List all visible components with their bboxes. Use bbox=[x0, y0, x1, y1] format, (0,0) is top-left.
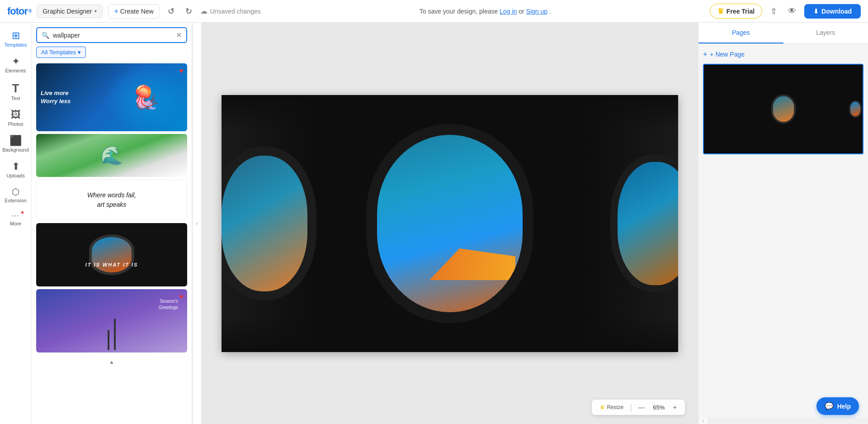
download-icon: ⬇ bbox=[813, 8, 819, 15]
crown-icon: ♛ bbox=[717, 7, 724, 15]
elements-icon: ✦ bbox=[12, 57, 20, 67]
canvas-area: ♛ Resize | — 65% + bbox=[201, 23, 698, 424]
heart-button-jellyfish[interactable]: ♥ bbox=[179, 67, 184, 75]
sidebar-item-templates[interactable]: ⊞ Templates bbox=[0, 26, 32, 52]
resize-button[interactable]: ♛ Resize bbox=[597, 402, 626, 412]
zoom-separator: | bbox=[630, 403, 632, 412]
search-input[interactable] bbox=[53, 32, 172, 39]
zoom-out-button[interactable]: — bbox=[636, 403, 647, 412]
sidebar-item-extension[interactable]: ⬡ Extension bbox=[0, 183, 32, 208]
wing-shape bbox=[429, 248, 515, 280]
new-page-plus-icon: + bbox=[703, 50, 707, 58]
zoom-in-button[interactable]: + bbox=[670, 403, 679, 412]
seasons-silhouette bbox=[36, 314, 187, 353]
filter-chevron: ▾ bbox=[78, 49, 81, 56]
collapse-handle[interactable]: ‹ bbox=[192, 23, 201, 424]
extension-icon: ⬡ bbox=[12, 187, 19, 196]
pages-layers-tabs: Pages Layers bbox=[698, 23, 868, 44]
heart-button-seasons[interactable]: ♥ bbox=[179, 293, 184, 301]
bottom-toolbar: ♛ Resize | — 65% + bbox=[592, 400, 685, 415]
canvas-image[interactable] bbox=[222, 95, 678, 352]
zoom-level: 65% bbox=[651, 404, 667, 411]
more-icon: ··· bbox=[12, 212, 19, 219]
seasons-text: Season'sGreetings bbox=[159, 298, 178, 311]
cloud-icon: ☁ bbox=[200, 7, 208, 15]
sidebar-background-label: Background bbox=[2, 147, 29, 152]
sidebar-icons: ⊞ Templates ✦ Elements T Text 🖼 Photos ⬛… bbox=[0, 23, 32, 424]
sidebar-elements-label: Elements bbox=[5, 68, 26, 73]
sidebar-text-label: Text bbox=[11, 95, 20, 101]
logo-text: fotor bbox=[7, 5, 28, 17]
sidebar-item-uploads[interactable]: ⬆ Uploads bbox=[0, 157, 32, 183]
undo-button[interactable]: ↺ bbox=[165, 5, 177, 18]
all-templates-filter[interactable]: All Templates ▾ bbox=[36, 47, 86, 58]
jellyfish-image: 🪼 bbox=[104, 63, 187, 131]
create-new-button[interactable]: + Create New bbox=[108, 4, 159, 19]
sidebar-item-elements[interactable]: ✦ Elements bbox=[0, 52, 32, 78]
search-bar: 🔍 ✕ bbox=[32, 23, 192, 43]
unsaved-label: Unsaved changes bbox=[210, 8, 261, 15]
text-icon: T bbox=[12, 82, 19, 94]
pole-2 bbox=[114, 319, 116, 350]
sidebar-item-text[interactable]: T Text bbox=[0, 78, 32, 105]
notification-dot bbox=[21, 211, 24, 214]
right-expand-handle[interactable]: › bbox=[698, 418, 708, 424]
templates-icon: ⊞ bbox=[12, 31, 20, 41]
logo: fotor® bbox=[7, 5, 31, 17]
plane-preview: IT IS WHAT IT IS bbox=[36, 223, 187, 286]
template-card-abstract[interactable]: 🌊 bbox=[36, 134, 187, 177]
sidebar-item-more[interactable]: ··· More bbox=[0, 208, 32, 231]
logo-sup: ® bbox=[28, 9, 31, 14]
download-button[interactable]: ⬇ Download bbox=[804, 4, 861, 19]
background-icon: ⬛ bbox=[9, 136, 22, 146]
thumb-content bbox=[704, 65, 863, 153]
show-more-bar[interactable]: ▲ bbox=[36, 355, 187, 369]
redo-button[interactable]: ↻ bbox=[183, 5, 195, 18]
template-card-seasons[interactable]: Season'sGreetings ♥ bbox=[36, 289, 187, 353]
thumb-window-right bbox=[849, 100, 862, 118]
clear-search-button[interactable]: ✕ bbox=[176, 31, 182, 39]
free-trial-button[interactable]: ♛ Free Trial bbox=[710, 4, 762, 19]
page-thumbnail-1[interactable] bbox=[703, 64, 863, 154]
tool-selector-button[interactable]: Graphic Designer ▾ bbox=[37, 5, 103, 18]
pages-content: + + New Page bbox=[698, 44, 868, 418]
window-left bbox=[222, 147, 316, 300]
filter-bar: All Templates ▾ bbox=[32, 43, 192, 62]
new-page-button[interactable]: + + New Page bbox=[703, 48, 863, 60]
template-panel: 🔍 ✕ All Templates ▾ Live more Worry less… bbox=[32, 23, 192, 424]
create-new-label: Create New bbox=[120, 8, 154, 15]
abstract-visual: 🌊 bbox=[100, 145, 123, 166]
signup-link[interactable]: Sign up bbox=[526, 8, 547, 15]
abstract-preview: 🌊 bbox=[36, 134, 187, 177]
new-page-label: + New Page bbox=[710, 51, 745, 58]
seasons-preview: Season'sGreetings bbox=[36, 289, 187, 353]
sidebar-templates-label: Templates bbox=[4, 42, 27, 48]
sidebar-item-background[interactable]: ⬛ Background bbox=[0, 131, 32, 157]
share-button[interactable]: ⇧ bbox=[768, 4, 780, 19]
canvas-wrapper bbox=[222, 95, 678, 352]
top-navigation: fotor® Graphic Designer ▾ + Create New ↺… bbox=[0, 0, 868, 23]
template-card-jellyfish[interactable]: Live more Worry less 🪼 ♥ bbox=[36, 63, 187, 131]
resize-crown-icon: ♛ bbox=[600, 404, 605, 410]
show-more-chevron: ▲ bbox=[109, 359, 114, 365]
sidebar-extension-label: Extension bbox=[5, 198, 26, 203]
sidebar-item-photos[interactable]: 🖼 Photos bbox=[0, 105, 32, 131]
tool-selector-chevron: ▾ bbox=[94, 9, 97, 14]
plane-scene bbox=[222, 95, 678, 352]
help-bubble-icon: 💬 bbox=[825, 402, 834, 410]
template-card-plane[interactable]: IT IS WHAT IT IS bbox=[36, 223, 187, 286]
sidebar-uploads-label: Uploads bbox=[6, 173, 24, 178]
help-button[interactable]: 💬 Help bbox=[816, 397, 859, 415]
photos-icon: 🖼 bbox=[11, 110, 21, 120]
tab-layers[interactable]: Layers bbox=[783, 23, 868, 43]
template-card-art-speaks[interactable]: Where words fail,art speaks bbox=[36, 180, 187, 220]
window-center bbox=[366, 124, 533, 323]
login-link[interactable]: Log in bbox=[500, 8, 517, 15]
tab-pages[interactable]: Pages bbox=[698, 23, 783, 43]
collapse-icon: ‹ bbox=[196, 220, 198, 227]
resize-label: Resize bbox=[607, 404, 623, 410]
preview-button[interactable]: 👁 bbox=[785, 4, 799, 19]
uploads-icon: ⬆ bbox=[12, 162, 20, 172]
tool-selector-label: Graphic Designer bbox=[42, 8, 92, 15]
plane-text: IT IS WHAT IT IS bbox=[85, 262, 138, 267]
